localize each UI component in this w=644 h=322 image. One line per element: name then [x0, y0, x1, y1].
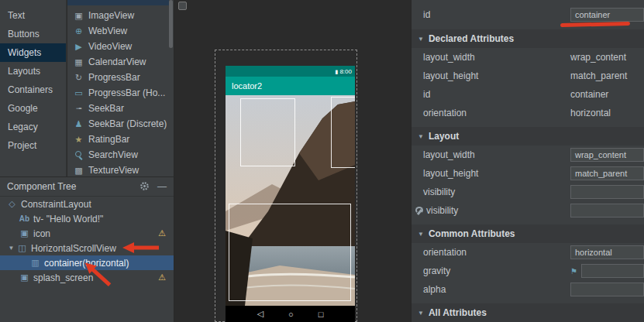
chevron-down-icon: ▼: [418, 36, 424, 43]
chevron-expanded-icon[interactable]: ▼: [6, 245, 16, 252]
tree-item-constraintlayout[interactable]: ◇ ConstraintLayout: [0, 197, 174, 211]
attribute-row: orientation horizontal: [412, 243, 644, 262]
palette-item-label: WebView: [88, 26, 127, 36]
attribute-value[interactable]: wrap_content: [570, 52, 626, 63]
palette-item-progressbar[interactable]: ↻ProgressBar: [67, 70, 174, 85]
gravity-field[interactable]: [581, 264, 644, 278]
palette-item-progressbar-horizontal[interactable]: ▭ProgressBar (Ho...: [67, 85, 174, 101]
palette-item-webview[interactable]: ⊕WebView: [67, 23, 174, 39]
section-all-attributes[interactable]: ▼ All Attributes: [412, 303, 644, 322]
palette-item-label: ImageView: [88, 10, 134, 21]
tree-item-container[interactable]: ▥ container(horizontal): [0, 255, 174, 270]
attribute-name: orientation: [423, 108, 570, 118]
image-icon: ▣: [19, 228, 30, 238]
tools-visibility-field[interactable]: [570, 204, 644, 218]
attribute-name: id: [423, 9, 570, 20]
palette-category-buttons[interactable]: Buttons: [0, 25, 66, 43]
app-bar: locator2: [226, 77, 355, 95]
image-icon: ▣: [19, 272, 30, 283]
seekbar-icon: ╼: [73, 104, 84, 114]
palette-category-google[interactable]: Google: [0, 99, 66, 118]
id-value-field[interactable]: container: [570, 8, 644, 22]
nav-home-icon[interactable]: ○: [288, 310, 294, 319]
section-common-attributes[interactable]: ▼ Common Attributes: [412, 224, 644, 243]
surface-corner-icon[interactable]: [178, 2, 187, 10]
palette-item-seekbar-discrete[interactable]: ♟SeekBar (Discrete): [67, 116, 174, 132]
seekbar-discrete-icon: ♟: [73, 119, 84, 129]
progress-horizontal-icon: ▭: [73, 88, 84, 98]
palette-category-layouts[interactable]: Layouts: [0, 62, 66, 80]
texture-icon: ▩: [73, 166, 84, 176]
palette-category-project[interactable]: Project: [0, 136, 66, 155]
attribute-row: layout_width wrap_content: [412, 48, 644, 67]
attribute-name: layout_width: [423, 149, 570, 160]
star-icon: ★: [73, 135, 84, 145]
nav-recents-icon[interactable]: □: [319, 310, 324, 319]
battery-icon: ▮: [336, 69, 339, 74]
component-tree-panel: Component Tree — ◇ ConstraintLayout Ab t…: [0, 176, 174, 322]
attribute-name: layout_height: [423, 70, 570, 81]
flag-icon[interactable]: ⚑: [570, 267, 577, 276]
layout-height-field[interactable]: match_parent: [570, 166, 644, 180]
warning-icon: ⚠: [158, 272, 166, 283]
attribute-value[interactable]: horizontal: [570, 108, 611, 118]
alpha-field[interactable]: [570, 283, 644, 296]
palette-item-label: RatingBar: [88, 134, 129, 145]
palette-item-textureview[interactable]: ▩TextureView: [67, 163, 174, 178]
component-tree-title: Component Tree: [7, 181, 132, 192]
tree-item-label: splash_screen: [33, 272, 93, 283]
device-preview[interactable]: ▮ 8:00 locator2: [226, 66, 355, 322]
section-title: Layout: [429, 131, 459, 142]
attribute-row: id container: [412, 85, 644, 104]
palette-item-calendarview[interactable]: ▦CalendarView: [67, 54, 174, 70]
palette-category-text[interactable]: Text: [0, 6, 66, 25]
attribute-row-id: id container: [412, 5, 644, 25]
hscrollview-icon: ◫: [16, 243, 28, 253]
globe-icon: ⊕: [73, 26, 84, 36]
palette-scrollbar[interactable]: [169, 0, 173, 48]
palette-item-searchview[interactable]: SearchView: [67, 147, 174, 163]
palette-item-ratingbar[interactable]: ★RatingBar: [67, 132, 174, 147]
annotation-underline: [560, 22, 630, 27]
attribute-name: layout_height: [423, 168, 570, 179]
attribute-value[interactable]: match_parent: [570, 70, 627, 81]
android-nav-bar: ◁ ○ □: [226, 306, 355, 322]
layout-width-field[interactable]: wrap_content: [570, 148, 644, 162]
attribute-row: orientation horizontal: [412, 104, 644, 122]
constraint-layout-icon: ◇: [6, 199, 18, 209]
tree-item-label: ConstraintLayout: [21, 199, 91, 210]
minimize-icon[interactable]: —: [157, 182, 167, 191]
section-title: All Attributes: [429, 307, 487, 318]
section-declared-attributes[interactable]: ▼ Declared Attributes: [412, 29, 644, 48]
wrench-icon: [415, 207, 423, 215]
palette-item-imageview[interactable]: ▣ImageView: [67, 8, 174, 23]
chevron-down-icon: ▼: [418, 231, 424, 238]
attribute-row: layout_width wrap_content: [412, 146, 644, 164]
attribute-value[interactable]: container: [570, 89, 608, 100]
orientation-field[interactable]: horizontal: [570, 245, 644, 259]
tree-item-textview[interactable]: Ab tv- "Hello World!": [0, 211, 174, 226]
visibility-field[interactable]: [570, 185, 644, 199]
palette-item-seekbar[interactable]: ╼SeekBar: [67, 101, 174, 116]
gear-icon[interactable]: [139, 181, 150, 193]
device-screen[interactable]: [226, 95, 355, 306]
tree-item-horizontalscrollview[interactable]: ▼ ◫ HorizontalScrollView: [0, 241, 174, 255]
attribute-row: visibility: [412, 201, 644, 220]
attribute-row: alpha: [412, 280, 644, 299]
attribute-name: visibility: [423, 187, 570, 197]
palette-category-legacy[interactable]: Legacy: [0, 118, 66, 136]
nav-back-icon[interactable]: ◁: [257, 309, 263, 319]
design-surface[interactable]: ▮ 8:00 locator2: [175, 0, 411, 322]
tree-item-icon[interactable]: ▣ icon ⚠: [0, 226, 174, 241]
palette-item-videoview[interactable]: ▶VideoView: [67, 39, 174, 54]
section-title: Common Attributes: [429, 228, 515, 239]
palette-category-widgets[interactable]: Widgets: [0, 43, 66, 62]
tree-item-splash-screen[interactable]: ▣ splash_screen ⚠: [0, 270, 174, 285]
status-bar: ▮ 8:00: [226, 66, 355, 77]
section-layout[interactable]: ▼ Layout: [412, 127, 644, 146]
chevron-down-icon: ▼: [418, 133, 424, 140]
palette-item-label: ProgressBar: [88, 72, 140, 83]
palette-category-containers[interactable]: Containers: [0, 80, 66, 99]
layout-bounds-overlay: [240, 98, 295, 166]
chevron-down-icon: ▼: [418, 310, 424, 317]
